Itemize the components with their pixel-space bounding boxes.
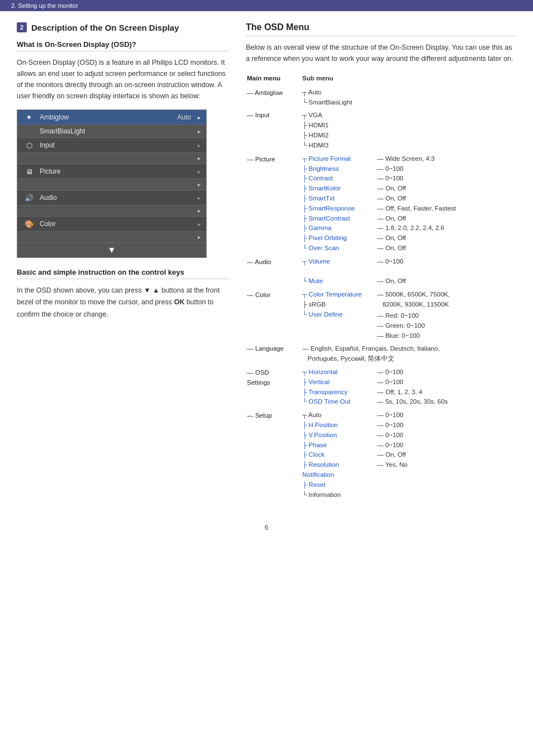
ambiglow-auto: Auto: [177, 113, 191, 121]
val-gamma: — 1.8, 2.0, 2.2, 2.4, 2.6: [377, 223, 515, 233]
sub-smartbias: └ SmartBiasLight: [302, 98, 367, 108]
main-input: — Input: [246, 110, 293, 151]
table-header-row: Main menu Sub menu: [246, 73, 516, 87]
table-row: — Setup ┬ Auto ├ H.Position ├ V.Position…: [246, 410, 516, 500]
sub-reset: ├ Reset: [302, 480, 367, 490]
val-res-notify: — On, Off: [377, 450, 515, 460]
section-badge: 2: [17, 22, 27, 32]
val-smartcontrast: — On, Off: [377, 214, 515, 224]
breadcrumb-text: 2. Setting up the monitor: [11, 2, 78, 9]
osd-menu-desc: Below is an overall view of the structur…: [246, 42, 516, 64]
sub-vertical: ├ Vertical: [302, 377, 367, 387]
input-icon: ⬡: [23, 140, 35, 150]
val-vertical: — 0~100: [377, 377, 515, 387]
sub-auto: ┬ Auto: [302, 88, 367, 98]
osd-row-color-sub: ▸: [17, 232, 206, 243]
input-label: Input: [40, 141, 193, 149]
val-transparency: — Off, 1, 2, 3, 4: [377, 387, 515, 398]
sub-picture-format: ┬ Picture Format: [302, 154, 367, 164]
main-language: — Language: [246, 343, 293, 365]
sub-transparency: ├ Transparency: [302, 387, 367, 398]
control-keys-title: Basic and simple instruction on the cont…: [17, 268, 229, 279]
sub-brightness: ├ Brightness: [302, 164, 367, 174]
osd-row-ambiglow: ✦ Ambiglow Auto ▸: [17, 110, 206, 125]
ambiglow-arrow: ▸: [198, 114, 201, 121]
sub-overscan: └ Over Scan: [302, 243, 367, 253]
main-osd-settings: — OSD Settings: [246, 367, 293, 408]
sub-phase: ├ Phase: [302, 441, 367, 451]
sub-clock: ├ Clock: [302, 450, 367, 460]
section-title: Description of the On Screen Display: [31, 23, 179, 32]
sub-vposition: ├ V.Position: [302, 430, 367, 441]
osd-row-audio: 🔊 Audio ▸: [17, 190, 206, 205]
smartbias-label: SmartBiasLight: [40, 127, 193, 135]
osd-down-arrow: ▼: [17, 243, 206, 257]
osd-row-smartbias: SmartBiasLight ▸: [17, 125, 206, 138]
main-ambiglow: — Ambiglow: [246, 87, 293, 108]
left-column: 2 Description of the On Screen Display W…: [17, 22, 229, 501]
sub-smartkolor: ├ SmartKolor: [302, 184, 367, 194]
input-arrow: ▸: [198, 142, 201, 149]
sub-gamma: ├ Gamma: [302, 223, 367, 233]
sub-userdefine: └ User Define: [302, 310, 367, 320]
osd-row-picture: 🖥 Picture ▸: [17, 164, 206, 179]
input-sub-arrow: ▸: [198, 155, 201, 161]
val-contrast: — 0~100: [377, 174, 515, 184]
sub-contrast: ├ Contrast: [302, 174, 367, 184]
osd-menu-table: Main menu Sub menu — Ambiglow ┬ Auto └ S…: [246, 73, 516, 501]
main-audio: — Audio: [246, 256, 293, 287]
color-label: Color: [40, 220, 193, 228]
sub-vga: ┬ VGA: [302, 111, 367, 121]
sub-hdmi2: ├ HDMI2: [302, 131, 367, 141]
val-smarttxt: — On, Off: [377, 194, 515, 204]
sub-mute: └ Mute: [302, 276, 367, 286]
osd-row-audio-sub: ▸: [17, 205, 206, 217]
main-setup: — Setup: [246, 410, 293, 500]
val-overscan: — On, Off: [377, 243, 515, 253]
table-row: — Audio ┬ Volume └ Mute — 0~100 — On, Of…: [246, 256, 516, 287]
val-picture-format: — Wide Screen, 4:3: [377, 154, 515, 164]
sub-smarttxt: ├ SmartTxt: [302, 194, 367, 204]
val-reset: — Yes, No: [377, 460, 515, 470]
breadcrumb: 2. Setting up the monitor: [0, 0, 533, 11]
sub-language: — English, Español, Français, Deutsch, I…: [302, 344, 515, 364]
osd-menu-title: The OSD Menu: [246, 22, 516, 36]
picture-label: Picture: [40, 168, 193, 175]
osd-intro-text: On-Screen Display (OSD) is a feature in …: [17, 57, 229, 102]
control-keys-text: In the OSD shown above, you can press ▼ …: [17, 285, 229, 320]
color-icon: 🎨: [23, 219, 35, 229]
val-smartresponse: — Off, Fast, Faster, Fastest: [377, 204, 515, 214]
osd-question: What is On-Screen Display (OSD)?: [17, 40, 229, 51]
val-mute: — On, Off: [377, 276, 515, 286]
sub-spacer: [302, 267, 367, 277]
ok-button-label: OK: [174, 298, 184, 306]
val-hposition: — 0~100: [377, 410, 515, 420]
val-brightness: — 0~100: [377, 164, 515, 174]
ambiglow-icon: ✦: [23, 112, 35, 122]
picture-arrow: ▸: [198, 169, 201, 175]
sub-color-temp: ┬ Color Temperature: [302, 290, 367, 300]
picture-icon: 🖥: [23, 166, 35, 176]
smartbias-arrow: ▸: [198, 128, 201, 135]
osd-row-color: 🎨 Color ▸: [17, 217, 206, 232]
sub-horizontal: ┬ Horizontal: [302, 367, 367, 377]
table-row: — Picture ┬ Picture Format ├ Brightness …: [246, 154, 516, 254]
val-vposition: — 0~100: [377, 420, 515, 430]
main-color: — Color: [246, 289, 293, 341]
audio-icon: 🔊: [23, 193, 35, 203]
table-row: — Language — English, Español, Français,…: [246, 343, 516, 365]
ambiglow-label: Ambiglow: [40, 113, 173, 121]
osd-mockup: ✦ Ambiglow Auto ▸ SmartBiasLight ▸ ⬡ Inp…: [17, 109, 207, 258]
main-picture: — Picture: [246, 154, 293, 254]
table-row: — OSD Settings ┬ Horizontal ├ Vertical ├…: [246, 367, 516, 408]
val-userdefine: — Red: 0~100— Green: 0~100— Blue: 0~100: [377, 311, 515, 341]
sub-info: └ Information: [302, 490, 367, 500]
table-row: — Input ┬ VGA ├ HDMI1 ├ HDMI2 └ HDMI3: [246, 110, 516, 151]
table-row: — Ambiglow ┬ Auto └ SmartBiasLight: [246, 87, 516, 108]
col-header-sub: Sub menu: [301, 73, 368, 87]
sub-auto: ┬ Auto: [302, 410, 367, 420]
col-header-main: Main menu: [246, 73, 293, 87]
sub-volume: ┬ Volume: [302, 257, 367, 267]
osd-row-input-sub: ▸: [17, 153, 206, 164]
sub-osd-timeout: └ OSD Time Out: [302, 397, 367, 407]
